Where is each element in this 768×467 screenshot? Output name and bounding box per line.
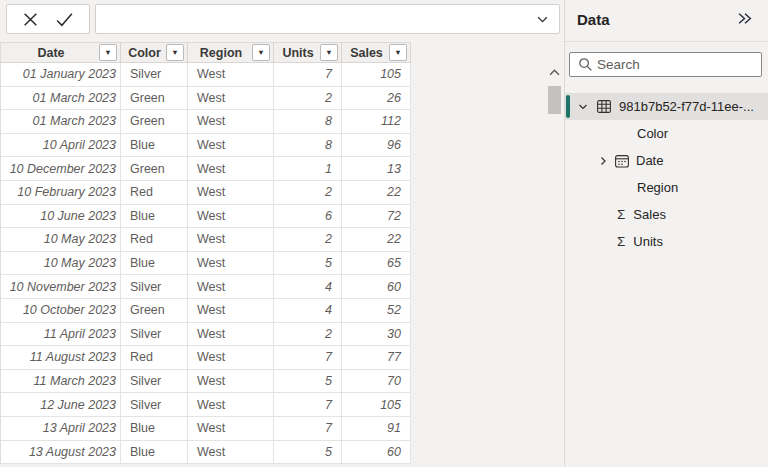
cell-date[interactable]: 10 February 2023: [1, 181, 121, 205]
cell-units[interactable]: 7: [274, 346, 342, 370]
cell-date[interactable]: 13 August 2023: [1, 441, 121, 465]
cell-color[interactable]: Red: [121, 181, 188, 205]
column-header-color[interactable]: Color ▼: [121, 42, 188, 63]
cell-color[interactable]: Blue: [121, 417, 188, 441]
cell-date[interactable]: 10 December 2023: [1, 157, 121, 181]
cell-date[interactable]: 01 March 2023: [1, 87, 121, 111]
cell-color[interactable]: Blue: [121, 205, 188, 229]
cell-sales[interactable]: 70: [342, 370, 411, 394]
cell-color[interactable]: Green: [121, 110, 188, 134]
cell-units[interactable]: 2: [274, 228, 342, 252]
search-input[interactable]: [593, 57, 761, 72]
cell-units[interactable]: 2: [274, 87, 342, 111]
cell-sales[interactable]: 72: [342, 205, 411, 229]
cell-date[interactable]: 10 May 2023: [1, 252, 121, 276]
cell-date[interactable]: 10 November 2023: [1, 275, 121, 299]
cell-units[interactable]: 8: [274, 110, 342, 134]
formula-input[interactable]: [96, 5, 536, 33]
cell-region[interactable]: West: [188, 110, 274, 134]
cell-region[interactable]: West: [188, 393, 274, 417]
cell-units[interactable]: 6: [274, 205, 342, 229]
filter-button-sales[interactable]: ▼: [389, 44, 407, 61]
cell-units[interactable]: 2: [274, 181, 342, 205]
cell-color[interactable]: Red: [121, 346, 188, 370]
field-item-sales[interactable]: Σ Sales: [565, 201, 768, 228]
cell-region[interactable]: West: [188, 134, 274, 158]
cell-color[interactable]: Blue: [121, 252, 188, 276]
cell-date[interactable]: 10 June 2023: [1, 205, 121, 229]
cell-units[interactable]: 1: [274, 157, 342, 181]
cell-date[interactable]: 10 October 2023: [1, 299, 121, 323]
cell-sales[interactable]: 22: [342, 228, 411, 252]
cell-color[interactable]: Green: [121, 299, 188, 323]
cell-date[interactable]: 01 March 2023: [1, 110, 121, 134]
cell-region[interactable]: West: [188, 181, 274, 205]
cell-color[interactable]: Silver: [121, 393, 188, 417]
field-item-color[interactable]: Color: [565, 120, 768, 147]
search-box[interactable]: [569, 52, 762, 77]
formula-expand-button[interactable]: [536, 13, 559, 26]
cell-color[interactable]: Silver: [121, 63, 188, 87]
scrollbar-thumb[interactable]: [548, 86, 561, 114]
cell-region[interactable]: West: [188, 63, 274, 87]
vertical-scrollbar[interactable]: [546, 62, 563, 467]
cell-region[interactable]: West: [188, 346, 274, 370]
cell-date[interactable]: 12 June 2023: [1, 393, 121, 417]
cell-units[interactable]: 4: [274, 299, 342, 323]
cell-units[interactable]: 7: [274, 417, 342, 441]
filter-button-color[interactable]: ▼: [166, 44, 184, 61]
cell-sales[interactable]: 77: [342, 346, 411, 370]
cell-sales[interactable]: 91: [342, 417, 411, 441]
cell-units[interactable]: 2: [274, 323, 342, 347]
cell-units[interactable]: 7: [274, 63, 342, 87]
cell-region[interactable]: West: [188, 323, 274, 347]
column-header-sales[interactable]: Sales ▼: [342, 42, 411, 63]
cell-color[interactable]: Green: [121, 157, 188, 181]
field-item-date[interactable]: Date: [565, 147, 768, 174]
cell-region[interactable]: West: [188, 87, 274, 111]
cell-region[interactable]: West: [188, 441, 274, 465]
cell-sales[interactable]: 22: [342, 181, 411, 205]
cell-date[interactable]: 10 April 2023: [1, 134, 121, 158]
cell-region[interactable]: West: [188, 252, 274, 276]
cell-units[interactable]: 4: [274, 275, 342, 299]
cell-sales[interactable]: 13: [342, 157, 411, 181]
cell-sales[interactable]: 112: [342, 110, 411, 134]
cell-units[interactable]: 5: [274, 370, 342, 394]
cell-date[interactable]: 13 April 2023: [1, 417, 121, 441]
cell-date[interactable]: 10 May 2023: [1, 228, 121, 252]
chevron-down-icon[interactable]: [577, 101, 589, 113]
column-header-units[interactable]: Units ▼: [274, 42, 342, 63]
cell-region[interactable]: West: [188, 205, 274, 229]
cell-date[interactable]: 11 April 2023: [1, 323, 121, 347]
filter-button-region[interactable]: ▼: [252, 44, 270, 61]
table-item[interactable]: 981b7b52-f77d-11ee-...: [565, 93, 768, 120]
cell-units[interactable]: 7: [274, 393, 342, 417]
cell-units[interactable]: 5: [274, 252, 342, 276]
cell-sales[interactable]: 30: [342, 323, 411, 347]
cell-color[interactable]: Green: [121, 87, 188, 111]
collapse-pane-button[interactable]: [737, 12, 753, 25]
formula-bar[interactable]: [95, 4, 560, 34]
cell-color[interactable]: Blue: [121, 441, 188, 465]
filter-button-date[interactable]: ▼: [99, 44, 117, 61]
cell-color[interactable]: Silver: [121, 323, 188, 347]
cell-sales[interactable]: 105: [342, 393, 411, 417]
cell-color[interactable]: Blue: [121, 134, 188, 158]
cell-sales[interactable]: 60: [342, 441, 411, 465]
cell-sales[interactable]: 65: [342, 252, 411, 276]
cell-sales[interactable]: 105: [342, 63, 411, 87]
scroll-up-button[interactable]: [546, 65, 563, 79]
chevron-right-icon[interactable]: [597, 155, 609, 167]
cell-region[interactable]: West: [188, 299, 274, 323]
cell-sales[interactable]: 60: [342, 275, 411, 299]
cell-color[interactable]: Silver: [121, 370, 188, 394]
cell-sales[interactable]: 96: [342, 134, 411, 158]
filter-button-units[interactable]: ▼: [320, 44, 338, 61]
cell-region[interactable]: West: [188, 370, 274, 394]
cell-date[interactable]: 01 January 2023: [1, 63, 121, 87]
cell-units[interactable]: 8: [274, 134, 342, 158]
cell-units[interactable]: 5: [274, 441, 342, 465]
cell-date[interactable]: 11 August 2023: [1, 346, 121, 370]
field-item-region[interactable]: Region: [565, 174, 768, 201]
